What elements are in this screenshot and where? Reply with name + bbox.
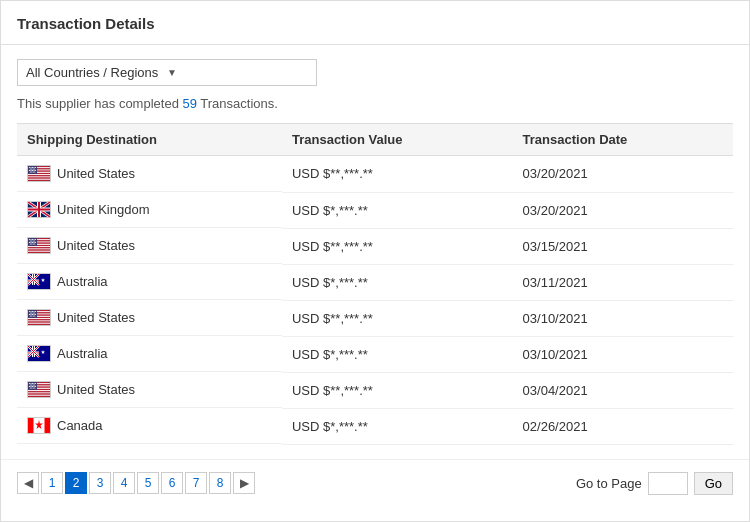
goto-page-label: Go to Page (576, 476, 642, 491)
destination-cell: United States (17, 156, 282, 192)
country-name: United States (57, 166, 135, 181)
svg-point-58 (33, 239, 34, 240)
goto-page-input[interactable] (648, 472, 688, 495)
table-row: AustraliaUSD $*,***.**03/11/2021 (17, 264, 733, 300)
country-flag-icon (27, 201, 51, 218)
svg-point-61 (31, 240, 32, 241)
svg-rect-92 (28, 320, 50, 321)
svg-rect-10 (28, 178, 50, 179)
country-flag-icon (27, 165, 51, 182)
table-header-row: Shipping Destination Transaction Value T… (17, 124, 733, 156)
svg-point-97 (29, 311, 30, 312)
transaction-value-cell: USD $**,***.** (282, 372, 513, 408)
svg-point-30 (33, 171, 34, 172)
svg-point-29 (31, 171, 32, 172)
transaction-date-cell: 03/15/2021 (513, 228, 733, 264)
svg-rect-91 (28, 319, 50, 320)
country-filter-dropdown[interactable]: All Countries / Regions ▼ (17, 59, 317, 86)
table-row: CanadaUSD $*,***.**02/26/2021 (17, 408, 733, 444)
country-name: Canada (57, 418, 103, 433)
svg-rect-8 (28, 175, 50, 176)
info-text-before: This supplier has completed (17, 96, 182, 111)
main-content: All Countries / Regions ▼ This supplier … (1, 45, 749, 459)
svg-rect-52 (28, 251, 50, 252)
svg-point-150 (32, 386, 33, 387)
page-btn-6[interactable]: 6 (161, 472, 183, 494)
transaction-date-cell: 03/11/2021 (513, 264, 733, 300)
svg-rect-94 (28, 323, 50, 324)
country-flag-icon (27, 273, 51, 290)
svg-point-70 (31, 243, 32, 244)
svg-rect-48 (28, 246, 50, 247)
svg-point-68 (35, 242, 36, 243)
svg-point-14 (29, 167, 30, 168)
prev-page-button[interactable]: ◀ (17, 472, 39, 494)
svg-point-113 (33, 315, 34, 316)
country-name: Australia (57, 274, 108, 289)
svg-point-31 (34, 171, 35, 172)
page-btn-4[interactable]: 4 (113, 472, 135, 494)
svg-point-69 (30, 243, 31, 244)
transaction-value-cell: USD $*,***.** (282, 336, 513, 372)
page-btn-7[interactable]: 7 (185, 472, 207, 494)
svg-point-19 (30, 168, 31, 169)
transaction-date-cell: 03/20/2021 (513, 192, 733, 228)
transaction-count-link[interactable]: 59 (182, 96, 196, 111)
transaction-date-cell: 02/26/2021 (513, 408, 733, 444)
country-flag-icon (27, 381, 51, 398)
destination-cell: United States (17, 372, 282, 408)
svg-rect-49 (28, 247, 50, 248)
page-btn-5[interactable]: 5 (137, 472, 159, 494)
page-btn-1[interactable]: 1 (41, 472, 63, 494)
info-text-after: Transactions. (197, 96, 278, 111)
transaction-value-cell: USD $**,***.** (282, 228, 513, 264)
svg-point-57 (32, 239, 33, 240)
country-flag-icon (27, 237, 51, 254)
svg-point-101 (35, 311, 36, 312)
svg-point-139 (29, 383, 30, 384)
country-name: United Kingdom (57, 202, 150, 217)
svg-rect-7 (28, 174, 50, 175)
page-btn-8[interactable]: 8 (209, 472, 231, 494)
svg-point-102 (30, 312, 31, 313)
page-btn-3[interactable]: 3 (89, 472, 111, 494)
svg-point-60 (30, 240, 31, 241)
svg-point-114 (34, 315, 35, 316)
svg-point-22 (34, 168, 35, 169)
svg-point-111 (30, 315, 31, 316)
goto-page-go-button[interactable]: Go (694, 472, 733, 495)
col-transaction-date: Transaction Date (513, 124, 733, 156)
svg-point-152 (35, 386, 36, 387)
page-btn-2[interactable]: 2 (65, 472, 87, 494)
destination-cell: United Kingdom (17, 192, 282, 228)
svg-point-146 (33, 384, 34, 385)
svg-rect-51 (28, 250, 50, 251)
svg-rect-50 (28, 248, 50, 249)
svg-point-65 (30, 242, 31, 243)
svg-point-18 (35, 167, 36, 168)
svg-point-15 (30, 167, 31, 168)
svg-point-143 (35, 383, 36, 384)
svg-point-156 (34, 387, 35, 388)
next-page-button[interactable]: ▶ (233, 472, 255, 494)
transaction-value-cell: USD $*,***.** (282, 192, 513, 228)
transaction-value-cell: USD $*,***.** (282, 264, 513, 300)
svg-rect-12 (28, 180, 50, 181)
svg-point-105 (34, 312, 35, 313)
page-title: Transaction Details (17, 15, 733, 32)
svg-rect-9 (28, 176, 50, 177)
destination-cell: United States (17, 300, 282, 336)
svg-rect-159 (45, 418, 51, 433)
svg-rect-40 (28, 209, 50, 211)
svg-point-26 (33, 170, 34, 171)
country-flag-icon (27, 345, 51, 362)
transaction-date-cell: 03/04/2021 (513, 372, 733, 408)
svg-point-24 (30, 170, 31, 171)
filter-row: All Countries / Regions ▼ (17, 59, 733, 86)
svg-rect-136 (28, 395, 50, 396)
transaction-info: This supplier has completed 59 Transacti… (17, 96, 733, 111)
svg-point-153 (30, 387, 31, 388)
svg-point-149 (30, 386, 31, 387)
transactions-table: Shipping Destination Transaction Value T… (17, 123, 733, 445)
svg-rect-158 (28, 418, 34, 433)
